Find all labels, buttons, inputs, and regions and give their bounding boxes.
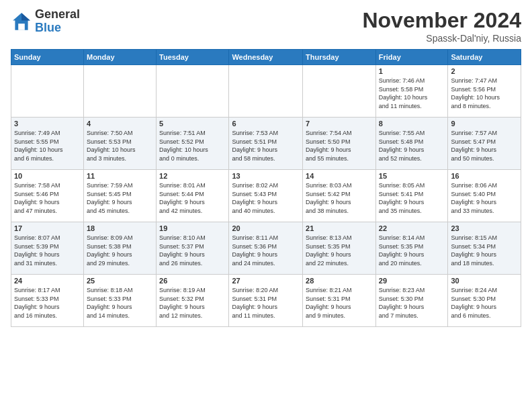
- col-thursday: Thursday: [303, 50, 376, 65]
- day-cell-w2-d5: 15Sunrise: 8:05 AM Sunset: 5:41 PM Dayli…: [375, 170, 448, 222]
- svg-marker-1: [21, 13, 30, 20]
- day-info: Sunrise: 8:24 AM Sunset: 5:30 PM Dayligh…: [451, 286, 518, 320]
- day-number: 10: [14, 172, 81, 180]
- day-cell-w0-d3: [229, 65, 303, 118]
- day-info: Sunrise: 8:17 AM Sunset: 5:33 PM Dayligh…: [14, 286, 81, 320]
- day-cell-w3-d6: 23Sunrise: 8:15 AM Sunset: 5:34 PM Dayli…: [448, 222, 521, 275]
- day-number: 14: [306, 172, 373, 180]
- day-number: 27: [232, 277, 300, 285]
- day-number: 16: [451, 172, 518, 180]
- day-cell-w4-d6: 30Sunrise: 8:24 AM Sunset: 5:30 PM Dayli…: [448, 275, 521, 327]
- day-info: Sunrise: 8:20 AM Sunset: 5:31 PM Dayligh…: [232, 286, 300, 320]
- day-info: Sunrise: 7:50 AM Sunset: 5:53 PM Dayligh…: [87, 129, 153, 163]
- day-number: 7: [306, 120, 373, 128]
- logo-text: General Blue: [35, 8, 80, 35]
- day-info: Sunrise: 7:51 AM Sunset: 5:52 PM Dayligh…: [159, 129, 226, 163]
- day-cell-w1-d2: 5Sunrise: 7:51 AM Sunset: 5:52 PM Daylig…: [157, 118, 229, 170]
- day-cell-w2-d1: 11Sunrise: 7:59 AM Sunset: 5:45 PM Dayli…: [83, 170, 156, 222]
- calendar-body: 1Sunrise: 7:46 AM Sunset: 5:58 PM Daylig…: [11, 65, 521, 327]
- day-number: 1: [379, 67, 445, 75]
- day-number: 5: [159, 120, 226, 128]
- day-cell-w4-d0: 24Sunrise: 8:17 AM Sunset: 5:33 PM Dayli…: [11, 275, 84, 327]
- day-number: 9: [451, 120, 518, 128]
- day-cell-w2-d6: 16Sunrise: 8:06 AM Sunset: 5:40 PM Dayli…: [448, 170, 521, 222]
- week-row-0: 1Sunrise: 7:46 AM Sunset: 5:58 PM Daylig…: [11, 65, 521, 118]
- logo: General Blue: [11, 8, 80, 35]
- col-monday: Monday: [83, 50, 156, 65]
- day-number: 30: [451, 277, 518, 285]
- logo-blue-text: Blue: [35, 21, 80, 35]
- day-cell-w1-d3: 6Sunrise: 7:53 AM Sunset: 5:51 PM Daylig…: [229, 118, 303, 170]
- col-saturday: Saturday: [448, 50, 521, 65]
- day-info: Sunrise: 8:05 AM Sunset: 5:41 PM Dayligh…: [379, 181, 445, 215]
- day-cell-w2-d0: 10Sunrise: 7:58 AM Sunset: 5:46 PM Dayli…: [11, 170, 84, 222]
- day-cell-w4-d1: 25Sunrise: 8:18 AM Sunset: 5:33 PM Dayli…: [83, 275, 156, 327]
- day-number: 22: [379, 224, 445, 232]
- day-number: 17: [14, 224, 81, 232]
- col-wednesday: Wednesday: [229, 50, 303, 65]
- day-info: Sunrise: 8:03 AM Sunset: 5:42 PM Dayligh…: [306, 181, 373, 215]
- day-cell-w0-d1: [83, 65, 156, 118]
- day-info: Sunrise: 8:06 AM Sunset: 5:40 PM Dayligh…: [451, 181, 518, 215]
- day-cell-w0-d0: [11, 65, 84, 118]
- header-row: Sunday Monday Tuesday Wednesday Thursday…: [11, 50, 521, 65]
- week-row-2: 10Sunrise: 7:58 AM Sunset: 5:46 PM Dayli…: [11, 170, 521, 222]
- day-number: 6: [232, 120, 300, 128]
- day-info: Sunrise: 8:09 AM Sunset: 5:38 PM Dayligh…: [87, 234, 153, 267]
- day-info: Sunrise: 8:19 AM Sunset: 5:32 PM Dayligh…: [159, 286, 226, 320]
- day-number: 4: [87, 120, 153, 128]
- day-number: 18: [87, 224, 153, 232]
- day-cell-w4-d5: 29Sunrise: 8:23 AM Sunset: 5:30 PM Dayli…: [375, 275, 448, 327]
- col-tuesday: Tuesday: [157, 50, 229, 65]
- day-info: Sunrise: 8:10 AM Sunset: 5:37 PM Dayligh…: [159, 234, 226, 267]
- title-block: November 2024 Spassk-Dal'niy, Russia: [362, 8, 521, 44]
- day-cell-w3-d2: 19Sunrise: 8:10 AM Sunset: 5:37 PM Dayli…: [157, 222, 229, 275]
- day-number: 15: [379, 172, 445, 180]
- col-friday: Friday: [375, 50, 448, 65]
- calendar-header: Sunday Monday Tuesday Wednesday Thursday…: [11, 50, 521, 65]
- svg-rect-2: [18, 24, 25, 30]
- day-info: Sunrise: 8:11 AM Sunset: 5:36 PM Dayligh…: [232, 234, 300, 267]
- day-info: Sunrise: 7:55 AM Sunset: 5:48 PM Dayligh…: [379, 129, 445, 163]
- calendar-table: Sunday Monday Tuesday Wednesday Thursday…: [11, 49, 521, 327]
- title-location: Spassk-Dal'niy, Russia: [362, 33, 521, 44]
- day-info: Sunrise: 8:18 AM Sunset: 5:33 PM Dayligh…: [87, 286, 153, 320]
- day-info: Sunrise: 8:13 AM Sunset: 5:35 PM Dayligh…: [306, 234, 373, 267]
- day-info: Sunrise: 8:23 AM Sunset: 5:30 PM Dayligh…: [379, 286, 445, 320]
- day-number: 23: [451, 224, 518, 232]
- day-cell-w2-d3: 13Sunrise: 8:02 AM Sunset: 5:43 PM Dayli…: [229, 170, 303, 222]
- day-cell-w3-d3: 20Sunrise: 8:11 AM Sunset: 5:36 PM Dayli…: [229, 222, 303, 275]
- day-number: 13: [232, 172, 300, 180]
- header: General Blue November 2024 Spassk-Dal'ni…: [11, 8, 521, 44]
- page: General Blue November 2024 Spassk-Dal'ni…: [0, 0, 532, 411]
- day-cell-w1-d6: 9Sunrise: 7:57 AM Sunset: 5:47 PM Daylig…: [448, 118, 521, 170]
- day-cell-w4-d4: 28Sunrise: 8:21 AM Sunset: 5:31 PM Dayli…: [303, 275, 376, 327]
- day-number: 28: [306, 277, 373, 285]
- day-cell-w1-d1: 4Sunrise: 7:50 AM Sunset: 5:53 PM Daylig…: [83, 118, 156, 170]
- day-cell-w3-d0: 17Sunrise: 8:07 AM Sunset: 5:39 PM Dayli…: [11, 222, 84, 275]
- day-number: 26: [159, 277, 226, 285]
- day-cell-w2-d2: 12Sunrise: 8:01 AM Sunset: 5:44 PM Dayli…: [157, 170, 229, 222]
- day-number: 8: [379, 120, 445, 128]
- col-sunday: Sunday: [11, 50, 84, 65]
- logo-icon: [11, 11, 32, 32]
- day-number: 25: [87, 277, 153, 285]
- day-cell-w4-d2: 26Sunrise: 8:19 AM Sunset: 5:32 PM Dayli…: [157, 275, 229, 327]
- day-cell-w0-d5: 1Sunrise: 7:46 AM Sunset: 5:58 PM Daylig…: [375, 65, 448, 118]
- day-cell-w0-d2: [157, 65, 229, 118]
- week-row-3: 17Sunrise: 8:07 AM Sunset: 5:39 PM Dayli…: [11, 222, 521, 275]
- day-info: Sunrise: 8:14 AM Sunset: 5:35 PM Dayligh…: [379, 234, 445, 267]
- day-info: Sunrise: 7:58 AM Sunset: 5:46 PM Dayligh…: [14, 181, 81, 215]
- day-number: 21: [306, 224, 373, 232]
- day-cell-w2-d4: 14Sunrise: 8:03 AM Sunset: 5:42 PM Dayli…: [303, 170, 376, 222]
- day-cell-w0-d6: 2Sunrise: 7:47 AM Sunset: 5:56 PM Daylig…: [448, 65, 521, 118]
- day-cell-w0-d4: [303, 65, 376, 118]
- day-number: 12: [159, 172, 226, 180]
- logo-general-text: General: [35, 8, 80, 21]
- day-cell-w1-d5: 8Sunrise: 7:55 AM Sunset: 5:48 PM Daylig…: [375, 118, 448, 170]
- day-info: Sunrise: 7:53 AM Sunset: 5:51 PM Dayligh…: [232, 129, 300, 163]
- day-info: Sunrise: 7:46 AM Sunset: 5:58 PM Dayligh…: [379, 77, 445, 110]
- week-row-4: 24Sunrise: 8:17 AM Sunset: 5:33 PM Dayli…: [11, 275, 521, 327]
- day-info: Sunrise: 7:47 AM Sunset: 5:56 PM Dayligh…: [451, 77, 518, 110]
- day-info: Sunrise: 7:59 AM Sunset: 5:45 PM Dayligh…: [87, 181, 153, 215]
